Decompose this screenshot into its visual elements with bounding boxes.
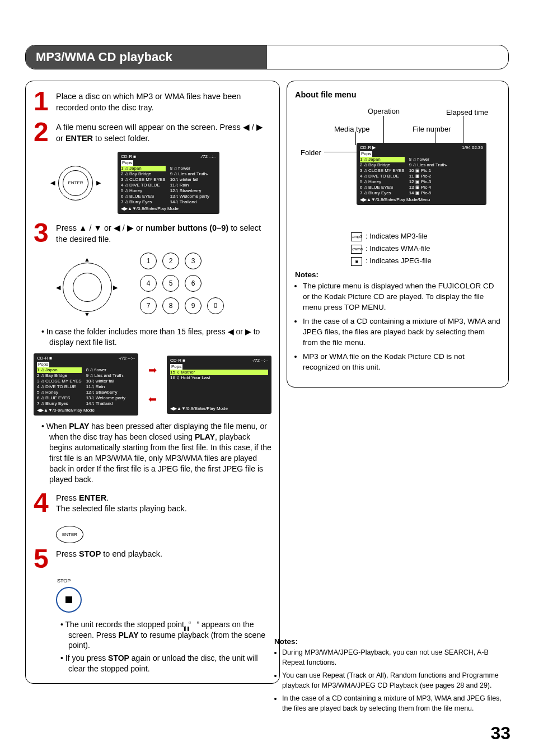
step-3-note: • In case the folder includes more than … xyxy=(41,326,271,348)
step-3-play-note: • When PLAY has been pressed after displ… xyxy=(41,421,271,484)
stop-label: STOP xyxy=(57,578,271,584)
up-arrow-icon: ▲ xyxy=(84,256,90,263)
jpeg-icon: ▣ xyxy=(351,257,362,266)
stop-icon xyxy=(65,596,72,603)
left-arrow-icon: ◀ xyxy=(56,284,60,291)
step-3: 3 Press ▲ / ▼ or ◀ / ▶ or number buttons… xyxy=(34,222,271,245)
step-1: 1 Place a disc on which MP3 or WMA files… xyxy=(34,90,271,113)
file-list-right: 8 ♫ flower 9 ♫ Lies and Truth- 10♫ winte… xyxy=(170,166,209,205)
file-menu-screen-p1: CD-R ■-/72 --:-- Pops 1 ♫ Japan 2 ♫ Bay … xyxy=(34,353,138,416)
note-item: In the case of a CD containing a mixture… xyxy=(303,316,500,348)
enter-button-diagram: ◀ ENTER ▶ xyxy=(50,166,101,200)
note-item: The picture menu is displayed when the F… xyxy=(303,281,500,313)
notes-list: The picture menu is displayed when the F… xyxy=(295,281,500,372)
num-9[interactable]: 9 xyxy=(185,297,202,314)
num-5[interactable]: 5 xyxy=(162,275,179,292)
bottom-notes: Notes: During MP3/WMA/JPEG-Playback, you… xyxy=(274,634,508,717)
num-3[interactable]: 3 xyxy=(185,253,202,269)
manual-page: MP3/WMA CD playback 1 Place a disc on wh… xyxy=(0,0,534,756)
step-5: 5 Press STOP to end playback. xyxy=(34,548,271,570)
page-number: 33 xyxy=(490,723,510,744)
num-2[interactable]: 2 xyxy=(162,253,179,269)
stop-button[interactable] xyxy=(56,587,82,613)
pause-marker-icon xyxy=(191,622,196,628)
file-menu-pagination: CD-R ■-/72 --:-- Pops 1 ♫ Japan 2 ♫ Bay … xyxy=(34,353,271,416)
mp3-icon: ♫mp3 xyxy=(351,232,362,241)
file-menu-anatomy: Operation Elapsed time Media type File n… xyxy=(295,102,500,226)
step-number: 2 xyxy=(34,121,56,144)
step-5-note-2: • If you press STOP again or unload the … xyxy=(60,653,271,674)
step-2: 2 A file menu screen will appear on the … xyxy=(34,121,271,144)
file-icon-legend: ♫mp3: Indicates MP3-file ♫wma: Indicates… xyxy=(351,230,500,267)
step-text: Press ▲ / ▼ or ◀ / ▶ or number buttons (… xyxy=(56,222,271,245)
number-pad: 1 2 3 4 5 6 7 8 9 0 xyxy=(140,253,224,314)
file-menu-screen: CD-R ■-/72 --:-- Pops 1 ♫ Japan 2 ♫ Bay … xyxy=(118,152,219,214)
num-4[interactable]: 4 xyxy=(140,275,157,292)
step-number: 5 xyxy=(34,548,56,570)
steps-panel: 1 Place a disc on which MP3 or WMA files… xyxy=(25,81,280,684)
notes-list: During MP3/WMA/JPEG-Playback, you can no… xyxy=(274,648,508,713)
step-text: Press STOP to end playback. xyxy=(56,548,162,570)
wma-icon: ♫wma xyxy=(351,245,362,254)
down-arrow-icon: ▼ xyxy=(84,311,90,318)
step-number: 3 xyxy=(34,222,56,245)
notes-heading: Notes: xyxy=(274,637,508,646)
step-text: A file menu screen will appear on the sc… xyxy=(56,121,271,144)
note-item: MP3 or WMA file on the Kodak Picture CD … xyxy=(303,352,500,373)
step-text: Place a disc on which MP3 or WMA files h… xyxy=(56,90,271,113)
note-item: You can use Repeat (Track or All), Rando… xyxy=(282,671,508,690)
enter-button[interactable]: ENTER xyxy=(56,526,83,543)
notes-heading: Notes: xyxy=(295,270,500,279)
right-arrow-icon: ➡ xyxy=(148,364,157,376)
left-arrow-icon: ◀ xyxy=(50,179,55,186)
file-list-left: 1 ♫ Japan 2 ♫ Bay Bridge 3 ♫ CLOSE MY EY… xyxy=(121,166,166,205)
step-number: 4 xyxy=(34,492,56,515)
nav-pad-diagram: ▲ ▼ ◀ ▶ xyxy=(56,256,118,318)
file-menu-screen-p2: CD-R ■-/72 --:-- Pops 15 ♫ Mother 16 ♫ H… xyxy=(167,356,271,414)
section-title: MP3/WMA CD playback xyxy=(26,45,267,69)
about-heading: About file menu xyxy=(295,90,500,99)
note-item: During MP3/WMA/JPEG-Playback, you can no… xyxy=(282,648,508,668)
about-file-menu-panel: About file menu Operation Elapsed time M… xyxy=(287,81,509,388)
label-folder: Folder xyxy=(301,148,321,157)
section-title-bar: MP3/WMA CD playback xyxy=(25,45,509,69)
step-4: 4 Press ENTER. The selected file starts … xyxy=(34,492,271,515)
label-filenum: File number xyxy=(413,125,451,133)
num-1[interactable]: 1 xyxy=(140,253,157,269)
num-6[interactable]: 6 xyxy=(185,275,202,292)
step-5-note-1: • The unit records the stopped point. “”… xyxy=(60,619,271,651)
file-menu-screen-annotated: CD-R ▶1/94 02:36 Pops 1 ♫ Japan 2 ♫ Bay … xyxy=(357,143,486,205)
num-0[interactable]: 0 xyxy=(207,297,224,314)
label-elapsed: Elapsed time xyxy=(446,108,488,116)
right-arrow-icon: ▶ xyxy=(96,179,101,186)
step-text: Press ENTER. The selected file starts pl… xyxy=(56,492,187,515)
label-media: Media type xyxy=(334,125,370,133)
enter-button[interactable]: ENTER xyxy=(63,170,88,196)
num-8[interactable]: 8 xyxy=(162,297,179,314)
num-7[interactable]: 7 xyxy=(140,297,157,314)
label-operation: Operation xyxy=(368,107,400,115)
note-item: In the case of a CD containing a mixture… xyxy=(282,694,508,713)
right-arrow-icon: ▶ xyxy=(113,284,118,291)
step-number: 1 xyxy=(34,90,56,113)
left-arrow-icon: ⬅ xyxy=(148,393,157,405)
